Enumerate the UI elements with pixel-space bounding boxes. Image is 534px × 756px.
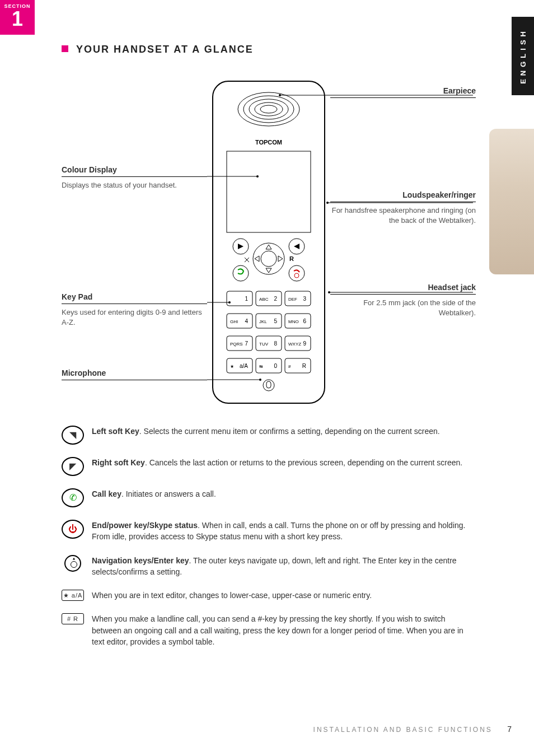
callout-loudspeaker: Loudspeaker/ringer For handsfree speaker… [330,190,476,226]
svg-point-8 [261,251,277,267]
key-desc: Cancels the last action or returns to th… [149,458,463,467]
section-tab: SECTION 1 [0,0,35,35]
svg-text:JKL: JKL [259,319,267,324]
key-text: End/power key/Skype status. When in call… [92,520,476,543]
callout-earpiece: Earpiece [330,86,476,101]
key-text: Left soft Key. Selects the current menu … [92,426,476,437]
callout-title: Microphone [62,368,207,377]
hash-key-icon: # R [62,613,84,624]
section-number: 1 [0,9,35,29]
key-text: Right soft Key. Cancels the last action … [92,457,476,468]
svg-marker-11 [255,256,259,262]
key-text: Call key. Initiates or answers a call. [92,488,476,500]
svg-text:MNO: MNO [288,319,299,324]
svg-text:9: 9 [303,340,306,347]
svg-text:GHI: GHI [230,319,238,324]
svg-text:★: ★ [230,364,234,369]
key-row: ◥Left soft Key. Selects the current menu… [62,426,476,445]
svg-text:⇆: ⇆ [259,364,263,369]
key-row: ✆Call key. Initiates or answers a call. [62,488,476,507]
svg-text:7: 7 [245,340,248,347]
key-title: Left soft Key [92,427,139,436]
svg-text:4: 4 [245,318,248,324]
svg-marker-12 [278,256,283,262]
key-title: End/power key/Skype status [92,521,198,530]
callout-headset-jack: Headset jack For 2.5 mm jack (on the sid… [330,283,476,318]
key-text: When you make a landline call, you can s… [92,613,476,647]
svg-text:2: 2 [274,296,277,302]
callout-desc: For 2.5 mm jack (on the side of the Webt… [330,298,476,318]
handset-illustration: TOPCOM R 1ABC2DEF3GHI4JKL5MNO6PQRS7TUV8W… [210,78,327,409]
key-desc: Initiates or answers a call. [126,489,216,498]
svg-point-4 [255,102,283,116]
svg-point-7 [253,243,284,274]
key-row: ★ a/AWhen you are in text editor, change… [62,590,476,601]
callout-title: Earpiece [330,86,476,95]
nav-r-label: R [289,255,294,262]
svg-text:6: 6 [303,318,306,324]
key-title: Right soft Key [92,458,145,467]
key-row: ⏻End/power key/Skype status. When in cal… [62,520,476,543]
svg-text:ABC: ABC [259,297,269,302]
side-photo [489,129,534,274]
key-text: Navigation keys/Enter key. The outer key… [92,555,476,578]
svg-text:8: 8 [274,340,277,347]
key-row: Navigation keys/Enter key. The outer key… [62,555,476,578]
svg-marker-10 [266,268,271,273]
nav-key-icon [62,555,84,572]
call-key-icon: ✆ [62,488,84,507]
page-footer: INSTALLATION AND BASIC FUNCTIONS 7 [0,725,534,734]
page-number: 7 [507,725,512,734]
key-desc: When you are in text editor, changes to … [92,591,372,600]
right-soft-key-icon: ◤ [62,457,84,476]
handset-diagram: Colour Display Displays the status of yo… [62,78,476,414]
svg-text:TUV: TUV [259,342,269,347]
page-title: YOUR HANDSET AT A GLANCE [62,44,254,55]
end-key-icon: ⏻ [62,520,84,539]
svg-rect-0 [213,81,325,403]
svg-point-15 [233,265,249,281]
callout-title: Key Pad [62,292,207,301]
callout-keypad: Key Pad Keys used for entering digits 0-… [62,292,207,328]
svg-text:a/A: a/A [240,363,248,369]
callout-title: Loudspeaker/ringer [330,190,476,199]
key-title: Call key [92,489,121,498]
svg-point-5 [260,105,277,113]
key-row: # RWhen you make a landline call, you ca… [62,613,476,647]
callout-desc: Displays the status of your handset. [62,180,207,190]
key-desc: When you make a landline call, you can s… [92,614,463,646]
svg-text:5: 5 [274,318,277,324]
callout-title: Headset jack [330,283,476,292]
key-descriptions: ◥Left soft Key. Selects the current menu… [62,426,476,660]
svg-text:WXYZ: WXYZ [288,342,301,347]
svg-rect-18 [227,291,252,306]
callout-desc: For handsfree speakerphone and ringing (… [330,206,476,226]
svg-rect-54 [266,381,271,388]
key-desc: Selects the current menu item or confirm… [144,427,440,436]
callout-microphone: Microphone [62,368,207,384]
svg-text:1: 1 [245,296,248,302]
key-row: ◤Right soft Key. Cancels the last action… [62,457,476,476]
svg-marker-9 [266,245,271,249]
svg-text:R: R [302,363,306,369]
svg-point-1 [238,92,299,126]
callout-colour-display: Colour Display Displays the status of yo… [62,165,207,190]
callout-desc: Keys used for entering digits 0-9 and le… [62,307,207,328]
svg-point-2 [243,96,294,123]
language-label: ENGLISH [519,28,527,84]
footer-text: INSTALLATION AND BASIC FUNCTIONS [313,726,493,734]
callout-title: Colour Display [62,165,207,174]
svg-text:PQRS: PQRS [230,342,243,347]
star-key-icon: ★ a/A [62,590,84,601]
key-text: When you are in text editor, changes to … [92,590,476,601]
key-title: Navigation keys/Enter key [92,556,189,565]
svg-point-17 [294,273,299,278]
svg-rect-6 [227,151,311,232]
handset-brand: TOPCOM [255,139,282,146]
left-soft-key-icon: ◥ [62,426,84,445]
svg-text:#: # [288,364,291,369]
svg-text:DEF: DEF [288,297,297,302]
svg-text:0: 0 [274,363,277,369]
language-tab: ENGLISH [512,17,534,95]
svg-text:3: 3 [303,296,306,302]
